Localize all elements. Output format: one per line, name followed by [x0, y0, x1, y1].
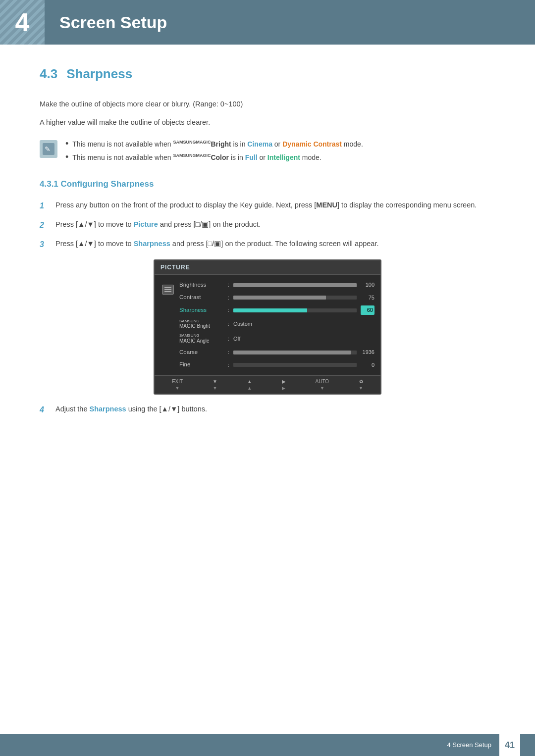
monitor-row-fine: Fine : 0: [179, 359, 374, 370]
note-text-2: This menu is not available when SAMSUNGM…: [72, 152, 321, 163]
bullet-2: •: [65, 152, 68, 161]
sharpness-fill: [233, 308, 307, 312]
intelligent-highlight: Intelligent: [268, 153, 300, 161]
coarse-bar: [233, 351, 357, 354]
note-icon: [40, 140, 57, 158]
down-btn: ▼▼: [213, 378, 217, 392]
bright-text: Bright: [211, 140, 231, 148]
step-number-4: 4: [40, 404, 49, 416]
coarse-fill: [233, 351, 350, 354]
step-text-4: Adjust the Sharpness using the [▲/▼] but…: [55, 403, 495, 415]
monitor-row-contrast: Contrast : 75: [179, 292, 374, 302]
brightness-bar: [233, 283, 357, 287]
section-title: Sharpness: [66, 64, 132, 84]
contrast-label: Contrast: [179, 293, 224, 302]
note-line-1: • This menu is not available when SAMSUN…: [65, 139, 363, 150]
monitor-title-bar: PICTURE: [155, 260, 380, 275]
note-line-2: • This menu is not available when SAMSUN…: [65, 152, 363, 163]
brightness-fill: [233, 283, 357, 287]
exit-btn: EXIT▼: [172, 378, 183, 392]
section-heading: 4.3 Sharpness: [40, 64, 495, 84]
coarse-label: Coarse: [179, 348, 224, 356]
note-content: • This menu is not available when SAMSUN…: [65, 139, 363, 163]
step-2: 2 Press [▲/▼] to move to Picture and pre…: [40, 219, 495, 231]
footer-page-number: 41: [499, 734, 520, 756]
chapter-title: Screen Setup: [45, 10, 167, 35]
full-highlight: Full: [245, 153, 258, 161]
magic-bright-label: SAMSUNGMAGIC Bright: [179, 319, 224, 330]
coarse-val: 1936: [361, 348, 374, 356]
step-text-2: Press [▲/▼] to move to Picture and press…: [55, 219, 495, 230]
brand-text-2: SAMSUNGMAGIC: [173, 153, 211, 158]
step-number-1: 1: [40, 200, 49, 212]
sharpness-label: Sharpness: [179, 306, 224, 314]
monitor-row-magic-angle: SAMSUNGMAGIC Angle : Off: [179, 332, 374, 345]
intro-line1: Make the outline of objects more clear o…: [40, 99, 495, 110]
note-box: • This menu is not available when SAMSUN…: [40, 139, 495, 163]
chapter-number: 4: [15, 3, 30, 42]
page-footer: 4 Screen Setup 41: [0, 734, 535, 756]
monitor-footer: EXIT▼ ▼▼ ▲▲ ▶▶ AUTO▼ ✿▼: [155, 375, 380, 394]
monitor-sidebar: [160, 280, 175, 370]
brightness-label: Brightness: [179, 281, 224, 289]
settings-btn: ✿▼: [359, 378, 363, 392]
monitor-body: Brightness : 100 Contrast : 75: [155, 275, 380, 375]
section-number: 4.3: [40, 64, 57, 84]
step-3: 3 Press [▲/▼] to move to Sharpness and p…: [40, 238, 495, 251]
icon-line-2: [164, 289, 171, 290]
chapter-header: 4 Screen Setup: [0, 0, 535, 45]
dynamic-contrast-highlight: Dynamic Contrast: [282, 140, 342, 148]
pencil-icon: [43, 143, 54, 155]
step-1: 1 Press any button on the front of the p…: [40, 200, 495, 212]
intro-line2: A higher value will make the outline of …: [40, 117, 495, 128]
magic-angle-label: SAMSUNGMAGIC Angle: [179, 333, 224, 344]
cinema-highlight: Cinema: [247, 140, 272, 148]
up-btn: ▲▲: [247, 378, 252, 392]
step-number-2: 2: [40, 219, 49, 231]
main-content: 4.3 Sharpness Make the outline of object…: [0, 45, 535, 462]
step-text-1: Press any button on the front of the pro…: [55, 200, 495, 211]
chapter-number-box: 4: [0, 0, 45, 45]
monitor-row-magic-bright: SAMSUNGMAGIC Bright : Custom: [179, 318, 374, 331]
fine-val: 0: [361, 361, 374, 369]
step-text-3: Press [▲/▼] to move to Sharpness and pre…: [55, 238, 495, 250]
monitor-row-brightness: Brightness : 100: [179, 280, 374, 290]
auto-btn: AUTO▼: [316, 378, 329, 392]
sharpness-val: 60: [361, 305, 374, 315]
step-4-list: 4 Adjust the Sharpness using the [▲/▼] b…: [40, 403, 495, 416]
steps-list: 1 Press any button on the front of the p…: [40, 200, 495, 251]
footer-text: 4 Screen Setup: [447, 740, 491, 750]
monitor-row-sharpness: Sharpness : 60: [179, 304, 374, 316]
contrast-fill: [233, 296, 326, 300]
sharpness-bar: [233, 308, 357, 312]
magic-angle-val: Off: [233, 335, 240, 343]
icon-line-1: [164, 287, 171, 288]
color-text: Color: [211, 153, 229, 161]
step-number-3: 3: [40, 239, 49, 251]
icon-line-3: [164, 291, 171, 292]
brand-text-1: SAMSUNGMAGIC: [173, 140, 211, 145]
fine-label: Fine: [179, 360, 224, 369]
monitor-rows: Brightness : 100 Contrast : 75: [179, 280, 374, 370]
enter-btn: ▶▶: [282, 378, 286, 392]
contrast-val: 75: [361, 294, 374, 302]
note-text-1: This menu is not available when SAMSUNGM…: [72, 139, 363, 150]
brightness-val: 100: [361, 281, 374, 289]
monitor-row-coarse: Coarse : 1936: [179, 347, 374, 357]
magic-bright-val: Custom: [233, 320, 252, 328]
bullet-1: •: [65, 139, 68, 148]
monitor-icon: [162, 285, 174, 295]
monitor-screenshot: PICTURE Brightness : 100: [154, 259, 381, 395]
step-4: 4 Adjust the Sharpness using the [▲/▼] b…: [40, 403, 495, 416]
subsection-heading: 4.3.1 Configuring Sharpness: [40, 178, 495, 191]
fine-bar: [233, 363, 357, 367]
contrast-bar: [233, 296, 357, 300]
